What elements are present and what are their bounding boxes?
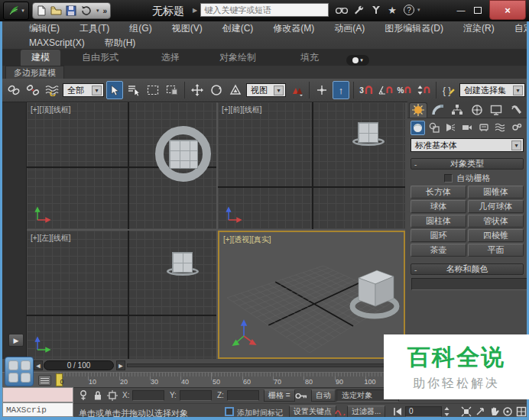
angle-snap-icon[interactable] (377, 81, 394, 99)
snap-toggle-3d-icon[interactable]: 3 (358, 81, 375, 99)
y-coordinate-field[interactable] (180, 390, 212, 401)
percent-snap-icon[interactable]: % (396, 81, 413, 99)
hierarchy-tab-icon[interactable] (448, 102, 466, 118)
select-and-scale-icon[interactable] (227, 81, 244, 99)
undo-dropdown-arrow-icon[interactable]: ▾ (96, 8, 99, 14)
auto-key-button[interactable]: 自动 (311, 389, 336, 402)
maxscript-mini-listener[interactable]: MAXScrip (2, 402, 73, 417)
time-slider-track[interactable] (127, 363, 402, 367)
viewport-perspective[interactable]: [+][透视][真实] (218, 231, 405, 359)
button-torus[interactable]: 圆环 (411, 229, 466, 242)
bind-to-space-warp-icon[interactable] (44, 81, 60, 99)
ribbon-panel-polygon-modeling[interactable]: 多边形建模 (5, 66, 64, 79)
reference-coordinate-dropdown[interactable]: 视图▾ (246, 83, 286, 97)
utilities-tab-icon[interactable] (507, 102, 525, 118)
menu-help[interactable]: 帮助(H) (105, 37, 136, 50)
edit-named-selection-sets-icon[interactable]: { } (440, 81, 457, 99)
toolbar-overflow-icon[interactable]: » (103, 7, 108, 15)
selection-lock-icon[interactable] (92, 389, 104, 402)
search-binoculars-icon[interactable] (333, 2, 350, 18)
select-by-name-icon[interactable] (125, 81, 142, 99)
space-warps-category-icon[interactable] (493, 121, 508, 135)
button-sphere[interactable]: 球体 (411, 200, 466, 213)
next-frame-button[interactable]: ► (116, 360, 125, 370)
button-box[interactable]: 长方体 (411, 186, 466, 199)
object-type-rollout-header[interactable]: - 对象类型 (411, 158, 524, 170)
viewport-left[interactable]: [+][左][线框] (27, 231, 216, 359)
ribbon-tab-modeling[interactable]: 建模 (21, 50, 60, 66)
go-to-start-icon[interactable] (391, 405, 404, 418)
box-object-front-view[interactable] (358, 122, 378, 143)
button-pyramid[interactable]: 四棱锥 (468, 229, 524, 242)
absolute-offset-mode-icon[interactable] (106, 389, 118, 402)
x-coordinate-field[interactable] (132, 390, 164, 401)
primitive-category-dropdown[interactable]: 标准基本体▾ (411, 138, 524, 152)
favorites-star-icon[interactable]: ★ (384, 2, 401, 18)
help-dropdown-arrow-icon[interactable]: ▾ (417, 7, 420, 13)
keyboard-shortcut-override-icon[interactable]: ↑ (333, 81, 349, 99)
key-icon[interactable] (295, 389, 307, 402)
new-file-icon[interactable] (36, 5, 47, 16)
application-menu-button[interactable]: ▾ (3, 2, 29, 20)
menu-views[interactable]: 视图(V) (172, 22, 203, 35)
button-geosphere[interactable]: 几何球体 (468, 200, 524, 213)
maximize-viewport-toggle-icon[interactable] (515, 405, 527, 418)
current-frame-field[interactable]: 0 (405, 406, 442, 417)
time-tag-icon[interactable] (223, 405, 235, 418)
helpers-category-icon[interactable] (476, 121, 491, 135)
grid-setting-button[interactable]: 栅格 = (264, 389, 295, 402)
button-cylinder[interactable]: 圆柱体 (411, 215, 466, 228)
orbit-icon[interactable] (501, 405, 514, 418)
spinner-snap-icon[interactable] (415, 81, 432, 99)
search-input[interactable] (200, 3, 329, 17)
autogrid-checkbox[interactable] (444, 174, 453, 183)
box-object-left-view[interactable] (172, 252, 193, 273)
key-filters-button[interactable]: 过滤器... (347, 405, 385, 418)
systems-category-icon[interactable] (509, 121, 524, 135)
save-file-icon[interactable] (66, 5, 76, 16)
selection-filter-dropdown[interactable]: 全部▾ (63, 83, 104, 97)
key-filters-curve-icon[interactable] (334, 405, 346, 418)
menu-modifiers[interactable]: 修改器(M) (273, 22, 314, 35)
menu-graph-editors[interactable]: 图形编辑器(D) (385, 22, 443, 35)
ribbon-display-options-icon[interactable]: ▾ (346, 55, 369, 66)
menu-tools[interactable]: 工具(T) (80, 22, 109, 35)
set-key-button[interactable]: 设置关键点 (289, 405, 336, 418)
window-crossing-icon[interactable] (164, 81, 180, 99)
viewport-left-label[interactable]: [+][左][线框] (31, 233, 71, 244)
shapes-category-icon[interactable] (427, 121, 442, 135)
menu-create[interactable]: 创建(C) (222, 22, 254, 35)
minimize-button[interactable]: — (453, 0, 469, 20)
frame-spinner[interactable] (443, 405, 449, 418)
menu-group[interactable]: 组(G) (129, 22, 151, 35)
viewport-top[interactable]: [+][顶][线框] (27, 102, 216, 229)
maximize-button[interactable] (469, 0, 486, 20)
pan-hand-icon[interactable] (488, 405, 500, 418)
menu-rendering[interactable]: 渲染(R) (463, 22, 495, 35)
help-icon[interactable]: ? (401, 2, 417, 18)
create-tab-icon[interactable] (409, 102, 427, 118)
object-name-field[interactable] (411, 278, 529, 290)
button-cone[interactable]: 圆锥体 (468, 186, 524, 199)
ribbon-tab-populate[interactable]: 填充 (290, 50, 329, 66)
rectangular-selection-region-icon[interactable] (144, 81, 161, 99)
previous-frame-button[interactable]: ◄ (34, 360, 43, 370)
box-object-perspective[interactable] (359, 270, 394, 306)
viewport-front[interactable]: [+][前][线框] (218, 102, 405, 229)
motion-tab-icon[interactable] (468, 102, 486, 118)
close-button[interactable]: × (489, 0, 526, 20)
select-object-button[interactable] (106, 81, 123, 99)
expand-panel-button[interactable]: ▶ (8, 334, 24, 347)
geometry-category-icon[interactable] (411, 121, 425, 135)
lights-category-icon[interactable] (443, 121, 458, 135)
ribbon-tab-object-paint[interactable]: 对象绘制 (209, 50, 267, 66)
ribbon-tab-freeform[interactable]: 自由形式 (71, 50, 129, 66)
box-object-top-view[interactable] (169, 140, 198, 169)
viewport-perspective-label[interactable]: [+][透视][真实] (223, 234, 271, 245)
viewport-layout-tabs-button[interactable] (5, 357, 34, 386)
z-coordinate-field[interactable] (227, 390, 259, 401)
track-bar[interactable]: 0 10 20 30 40 50 60 70 80 90 100 (2, 372, 405, 387)
select-and-move-icon[interactable] (189, 81, 206, 99)
menu-animation[interactable]: 动画(A) (334, 22, 365, 35)
named-selection-sets-dropdown[interactable]: 创建选择集▾ (459, 83, 525, 97)
